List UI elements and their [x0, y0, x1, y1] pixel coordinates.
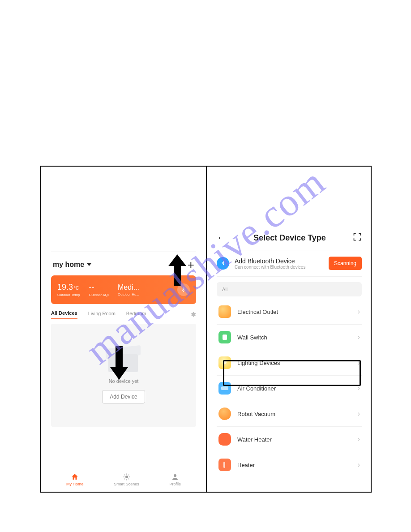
chevron-right-icon: › [358, 308, 360, 316]
nav-profile[interactable]: Profile [170, 473, 181, 486]
bluetooth-title: Add Bluetooth Device [235, 257, 305, 265]
bluetooth-icon [217, 257, 229, 270]
room-settings-button[interactable] [190, 311, 196, 318]
outlet-icon [218, 305, 231, 318]
back-button[interactable]: ← [217, 232, 227, 244]
screenshot-pair-frame: my home + 19.3°C Outdoor Temp -- Outdo [40, 166, 372, 493]
scanning-button[interactable]: Scanning [329, 257, 362, 270]
switch-icon [218, 331, 231, 343]
device-label: Heater [237, 462, 255, 468]
bluetooth-subtitle: Can connect with Bluetooth devices [235, 265, 305, 270]
device-heater[interactable]: Heater › [217, 452, 362, 477]
device-type-list: Electrical Outlet › Wall Switch › [217, 299, 362, 477]
device-label: Water Heater [237, 436, 272, 443]
svg-point-0 [125, 476, 128, 478]
room-tabs: All Devices Living Room Bedroom [51, 310, 196, 319]
annotation-arrow-up [168, 254, 186, 286]
home-screen-panel: my home + 19.3°C Outdoor Temp -- Outdo [41, 167, 207, 492]
nav-scenes-label: Smart Scenes [114, 482, 139, 486]
home-selector[interactable]: my home [53, 261, 91, 269]
chevron-down-icon [87, 263, 91, 266]
outdoor-aqi-value: -- [89, 283, 109, 292]
bluetooth-add-row[interactable]: Add Bluetooth Device Can connect with Bl… [217, 250, 362, 277]
mic-icon [180, 287, 187, 293]
water-heater-icon [218, 433, 231, 446]
device-wall-switch[interactable]: Wall Switch › [217, 325, 362, 350]
divider [51, 252, 196, 252]
lightbulb-icon [218, 356, 231, 369]
tab-all-devices[interactable]: All Devices [51, 310, 77, 319]
select-device-type-panel: ← Select Device Type Add Bluetooth Devic… [207, 167, 372, 492]
heater-icon [218, 459, 231, 471]
scan-icon [353, 232, 362, 241]
device-label: Wall Switch [237, 334, 267, 341]
page-title: Select Device Type [253, 233, 326, 243]
chevron-right-icon: › [358, 461, 360, 469]
add-device-button[interactable]: Add Device [102, 390, 145, 403]
scan-qr-button[interactable] [353, 232, 362, 243]
annotation-arrow-down [110, 346, 128, 380]
outdoor-temp-label: Outdoor Temp [57, 293, 80, 297]
outdoor-temp-unit: °C [74, 286, 79, 291]
nav-profile-label: Profile [170, 482, 181, 486]
outdoor-humidity-value: Medi... [118, 283, 139, 292]
chevron-right-icon: › [358, 333, 360, 341]
scenes-icon [123, 473, 131, 481]
device-label: Electrical Outlet [237, 309, 278, 315]
outdoor-humidity-label: Outdoor Hu... [118, 292, 139, 296]
device-air-conditioner[interactable]: Air Conditioner › [217, 376, 362, 401]
chevron-right-icon: › [358, 410, 360, 418]
nav-my-home[interactable]: My Home [66, 473, 84, 486]
home-title-label: my home [53, 261, 84, 269]
device-water-heater[interactable]: Water Heater › [217, 427, 362, 452]
outdoor-temp-value: 19.3 [57, 283, 73, 292]
svg-point-1 [174, 474, 176, 477]
vacuum-icon [218, 408, 231, 420]
device-electrical-outlet[interactable]: Electrical Outlet › [217, 299, 362, 325]
chevron-right-icon: › [358, 359, 360, 367]
profile-icon [171, 473, 179, 481]
chevron-right-icon: › [358, 435, 360, 443]
nav-smart-scenes[interactable]: Smart Scenes [114, 473, 139, 486]
add-device-plus-button[interactable]: + [188, 259, 194, 270]
tab-living-room[interactable]: Living Room [88, 311, 116, 319]
outdoor-aqi-label: Outdoor AQI [89, 293, 109, 297]
tab-bedroom[interactable]: Bedroom [126, 311, 146, 319]
category-all-pill[interactable]: All [217, 282, 362, 296]
nav-my-home-label: My Home [66, 482, 84, 486]
gear-icon [190, 311, 196, 317]
device-label: Air Conditioner [237, 385, 276, 392]
home-icon [71, 473, 79, 481]
chevron-right-icon: › [358, 384, 360, 392]
device-label: Lighting Devices [237, 360, 280, 366]
ac-icon [218, 382, 231, 395]
bottom-nav: My Home Smart Scenes Profile [51, 465, 196, 486]
device-lighting[interactable]: Lighting Devices › [217, 350, 362, 376]
device-label: Robot Vacuum [237, 411, 275, 417]
device-robot-vacuum[interactable]: Robot Vacuum › [217, 401, 362, 427]
